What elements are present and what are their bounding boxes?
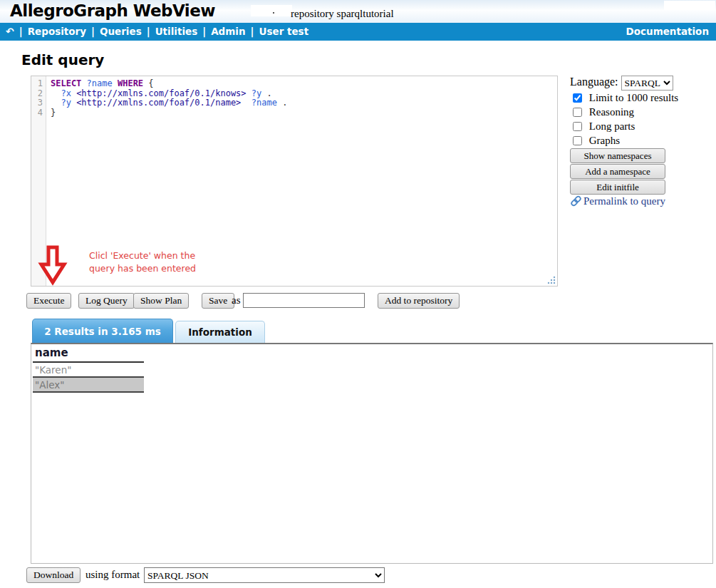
- code-keyword: SELECT: [51, 78, 81, 88]
- chain-link-icon: [570, 195, 582, 207]
- down-arrow-annotation-icon: [37, 244, 68, 287]
- add-to-repository-button[interactable]: Add to repository: [378, 293, 460, 309]
- using-format-label: using format: [85, 569, 140, 581]
- page: AllegroGraph WebView repository sparqltu…: [0, 0, 716, 588]
- code-line: SELECT ?name WHERE {: [51, 79, 557, 89]
- option-label: Graphs: [589, 135, 620, 146]
- language-select[interactable]: SPARQL: [621, 76, 673, 91]
- line-number: 2: [31, 89, 46, 99]
- column-header-name: name: [33, 346, 144, 363]
- language-label: Language:: [570, 76, 618, 88]
- reasoning-checkbox[interactable]: [573, 108, 582, 117]
- code-variable: ?y: [61, 98, 71, 108]
- app-title: AllegroGraph WebView: [10, 1, 215, 20]
- code-variable: ?name: [87, 78, 113, 88]
- show-namespaces-button[interactable]: Show namespaces: [570, 148, 665, 163]
- line-number: 3: [31, 98, 46, 108]
- format-select[interactable]: SPARQL JSON: [144, 567, 385, 583]
- option-reasoning: Reasoning: [573, 106, 634, 118]
- code-line: ?x <http://xmlns.com/foaf/0.1/knows> ?y …: [51, 89, 557, 99]
- option-label: Reasoning: [589, 106, 634, 118]
- language-row: Language: SPARQL: [570, 76, 673, 91]
- results-table: name "Karen" "Alex": [33, 346, 144, 393]
- code-line: ?y <http://xmlns.com/foaf/0.1/name> ?nam…: [51, 98, 557, 108]
- permalink-to-query-link[interactable]: Permalink to query: [570, 195, 665, 207]
- code-uri: <http://xmlns.com/foaf/0.1/name>: [76, 98, 241, 108]
- nav-left: ↶|Repository|Queries|Utilities|Admin|Use…: [6, 23, 308, 41]
- option-graphs: Graphs: [573, 135, 620, 147]
- resize-handle-icon[interactable]: [546, 275, 556, 284]
- log-query-button[interactable]: Log Query: [78, 293, 135, 309]
- nav-item-documentation[interactable]: Documentation: [626, 23, 709, 41]
- line-number: 4: [31, 108, 46, 118]
- line-number: 1: [31, 79, 46, 89]
- nav-separator: |: [147, 26, 150, 37]
- limit-results-checkbox[interactable]: [573, 93, 582, 103]
- show-plan-button[interactable]: Show Plan: [133, 293, 189, 309]
- nav-separator: |: [19, 26, 23, 37]
- option-label: Limit to 1000 results: [589, 92, 678, 103]
- code-variable: ?name: [251, 98, 277, 108]
- repository-label: repository sparqltutorial: [291, 8, 394, 20]
- edit-initfile-button[interactable]: Edit initfile: [570, 180, 665, 195]
- save-as-label: as: [232, 294, 241, 306]
- redacted-patch: [664, 1, 715, 10]
- code-uri: <http://xmlns.com/foaf/0.1/knows>: [76, 88, 246, 98]
- app-header: AllegroGraph WebView repository sparqltu…: [0, 0, 716, 23]
- table-row: "Alex": [33, 378, 144, 393]
- results-panel: name "Karen" "Alex" The results appear h…: [31, 343, 713, 564]
- execute-button[interactable]: Execute: [26, 293, 71, 309]
- main-navbar: ↶|Repository|Queries|Utilities|Admin|Use…: [0, 23, 716, 41]
- nav-item-repository[interactable]: Repository: [28, 26, 86, 37]
- option-limit-results: Limit to 1000 results: [573, 92, 678, 104]
- execute-annotation: Clicl 'Execute' when the query has been …: [89, 249, 196, 275]
- option-long-parts: Long parts: [573, 120, 635, 133]
- permalink-label: Permalink to query: [583, 195, 665, 207]
- save-button[interactable]: Save: [202, 293, 234, 309]
- tab-results[interactable]: 2 Results in 3.165 ms: [32, 319, 173, 343]
- long-parts-checkbox[interactable]: [573, 122, 582, 131]
- page-title: Edit query: [21, 51, 104, 68]
- graphs-checkbox[interactable]: [573, 136, 582, 145]
- option-label: Long parts: [589, 120, 635, 132]
- code-variable: ?x: [61, 88, 71, 98]
- nav-separator: |: [202, 26, 206, 37]
- download-button[interactable]: Download: [26, 567, 81, 583]
- table-row: "Karen": [33, 363, 144, 378]
- code-keyword: WHERE: [118, 78, 143, 88]
- add-namespace-button[interactable]: Add a namespace: [570, 164, 665, 179]
- code-line: }: [51, 108, 557, 118]
- nav-item-user[interactable]: User test: [259, 26, 309, 37]
- nav-item-admin[interactable]: Admin: [211, 26, 245, 37]
- redacted-patch: [251, 5, 292, 16]
- save-name-input[interactable]: [243, 293, 365, 308]
- code-variable: ?y: [251, 88, 261, 98]
- nav-separator: |: [251, 26, 254, 37]
- nav-separator: |: [91, 26, 95, 37]
- nav-item-utilities[interactable]: Utilities: [155, 26, 198, 37]
- nav-item-queries[interactable]: Queries: [100, 26, 142, 37]
- back-arrow-icon[interactable]: ↶: [6, 23, 14, 41]
- artifact-dot: [273, 12, 274, 14]
- tab-information[interactable]: Information: [175, 321, 265, 343]
